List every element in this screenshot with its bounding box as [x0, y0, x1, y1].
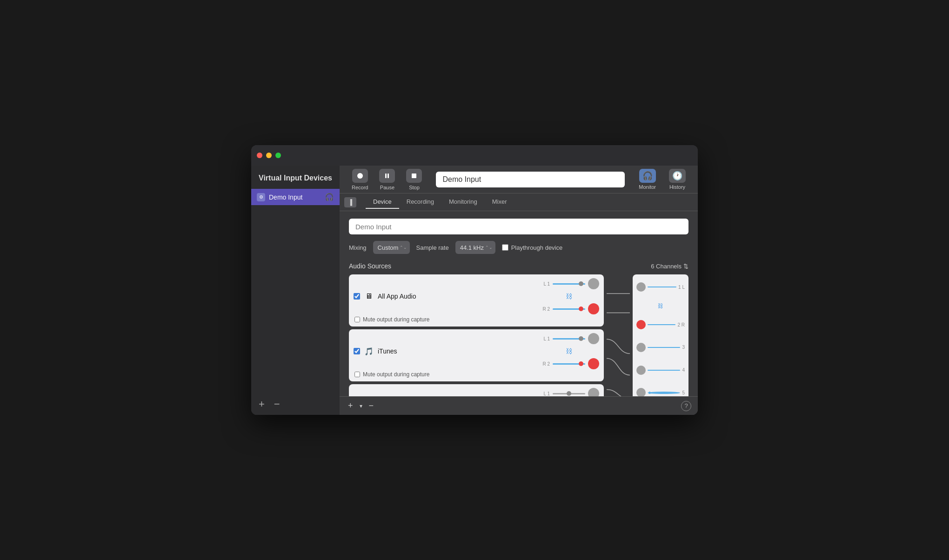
svg-point-0 — [357, 173, 363, 179]
tab-device[interactable]: Device — [366, 195, 399, 209]
stop-button[interactable]: Stop — [401, 167, 427, 192]
ch-panel-btn-5[interactable] — [636, 388, 646, 396]
ch-panel-btn-2[interactable] — [636, 320, 646, 329]
remove-source-button[interactable]: − — [367, 400, 376, 412]
sample-rate-select-wrapper: 44.1 kHz 48 kHz 96 kHz — [455, 241, 495, 254]
monitor-button[interactable]: 🎧 Monitor — [634, 167, 661, 192]
help-button[interactable]: ? — [681, 401, 691, 411]
slider-thumb-r2 — [579, 307, 583, 311]
titlebar — [251, 145, 698, 166]
sidebar-footer: + − — [251, 393, 340, 415]
traffic-lights — [257, 153, 281, 158]
source-name-all-app-audio: All App Audio — [378, 293, 416, 300]
ch-link-icon-1: ⛓ — [658, 303, 663, 309]
slider-thumb-l1 — [579, 281, 583, 286]
ch-label-2: 2 R — [677, 322, 685, 327]
sidebar-item-label: Demo Input — [269, 193, 302, 201]
add-source-button[interactable]: + — [346, 400, 355, 412]
source-card-itunes: 🎵 iTunes L 1 — [349, 329, 604, 381]
channels-label[interactable]: 6 Channels ⇅ — [651, 263, 688, 270]
ch-panel-btn-3[interactable] — [636, 343, 646, 352]
ch-line-1 — [648, 287, 676, 287]
channel-r2-button[interactable] — [588, 303, 599, 314]
channel-itunes-r2-slider[interactable] — [553, 363, 585, 365]
device-name-input[interactable] — [349, 219, 688, 234]
maximize-button[interactable] — [275, 153, 281, 158]
toolbar: Record Pause Stop Demo Input — [340, 166, 698, 193]
channel-r2-slider[interactable] — [553, 308, 585, 310]
mute-label-itunes: Mute output during capture — [363, 371, 429, 378]
slider-thumb-itunes-l1 — [579, 336, 583, 341]
mute-checkbox-itunes[interactable] — [354, 372, 360, 377]
sidebar-toggle-button[interactable]: ▐ — [344, 197, 356, 207]
record-label: Record — [352, 185, 368, 190]
channel-r2-label: R 2 — [539, 307, 550, 312]
ch-line-3 — [648, 347, 680, 348]
sources-and-channels: 🖥 All App Audio L 1 — [349, 274, 688, 396]
close-button[interactable] — [257, 153, 262, 158]
monitor-icon: 🎧 — [639, 169, 656, 183]
source-name-itunes: iTunes — [378, 347, 397, 355]
svg-rect-3 — [412, 173, 416, 178]
record-button[interactable]: Record — [347, 167, 373, 192]
mute-checkbox-all-app-audio[interactable] — [354, 317, 360, 322]
sample-rate-label: Sample rate — [416, 244, 449, 251]
channel-row-itunes-l1: L 1 — [539, 333, 599, 344]
history-label: History — [669, 184, 685, 190]
channel-itunes-l1-button[interactable] — [588, 333, 599, 344]
source-card-all-app-audio: 🖥 All App Audio L 1 — [349, 274, 604, 327]
channels-connector-area: 1 L ⛓ 2 R — [607, 274, 688, 396]
footer-bar: + ▾ − ? — [340, 396, 698, 415]
add-device-button[interactable]: + — [259, 399, 265, 409]
main-content: Record Pause Stop Demo Input — [340, 166, 698, 415]
channel-itunes-l1-label: L 1 — [539, 336, 550, 341]
pause-button[interactable]: Pause — [374, 167, 400, 192]
headphones-icon: 🎧 — [325, 193, 334, 201]
tab-recording[interactable]: Recording — [399, 195, 441, 209]
source-checkbox-all-app-audio[interactable] — [354, 293, 360, 300]
link-icon-itunes: ⛓ — [539, 347, 599, 355]
ch-label-1: 1 L — [678, 285, 685, 290]
add-source-dropdown-button[interactable]: ▾ — [358, 402, 364, 410]
tab-mixer[interactable]: Mixer — [485, 195, 515, 209]
slider-thumb-itunes-r2 — [579, 361, 583, 366]
device-name-display: Demo Input — [436, 172, 625, 187]
mixing-select[interactable]: Custom Stereo Mono — [373, 241, 410, 254]
channel-mic-l1-slider[interactable] — [553, 393, 585, 394]
app-window: Virtual Input Devices ⚙ Demo Input 🎧 + −… — [251, 145, 698, 415]
channels-chevron-icon: ⇅ — [683, 263, 688, 270]
channel-mic-l1-label: L 1 — [539, 391, 550, 396]
channel-row-mic-l1: L 1 — [539, 388, 599, 396]
all-app-audio-icon: 🖥 — [364, 291, 374, 301]
minimize-button[interactable] — [266, 153, 272, 158]
playthrough-checkbox[interactable] — [502, 244, 508, 251]
channel-mic-l1-button[interactable] — [588, 388, 599, 396]
stop-label: Stop — [409, 185, 420, 190]
channel-itunes-r2-button[interactable] — [588, 358, 599, 369]
tab-monitoring[interactable]: Monitoring — [441, 195, 485, 209]
sidebar: Virtual Input Devices ⚙ Demo Input 🎧 + − — [251, 166, 340, 415]
remove-device-button[interactable]: − — [274, 399, 280, 409]
channel-l1-button[interactable] — [588, 278, 599, 289]
ch-line-2 — [648, 324, 675, 325]
ch-panel-btn-4[interactable] — [636, 366, 646, 375]
mixing-select-wrapper: Custom Stereo Mono — [373, 241, 410, 254]
channel-l1-slider[interactable] — [553, 283, 585, 285]
source-channels-itunes: L 1 ⛓ — [539, 333, 599, 369]
channel-itunes-r2-label: R 2 — [539, 361, 550, 367]
playthrough-checkbox-label[interactable]: Playthrough device — [502, 244, 563, 251]
source-row-top-all-app-audio: 🖥 All App Audio L 1 — [354, 278, 599, 314]
sidebar-item-demo-input[interactable]: ⚙ Demo Input 🎧 — [251, 189, 340, 205]
ch-panel-btn-1[interactable] — [636, 282, 646, 292]
audio-sources-header: Audio Sources 6 Channels ⇅ — [349, 262, 688, 270]
record-icon — [352, 169, 368, 183]
channel-row-r2: R 2 — [539, 303, 599, 314]
sample-rate-select[interactable]: 44.1 kHz 48 kHz 96 kHz — [455, 241, 495, 254]
gear-icon: ⚙ — [257, 193, 265, 201]
footer-right: ? — [681, 401, 691, 411]
source-checkbox-itunes[interactable] — [354, 348, 360, 354]
audio-sources-title: Audio Sources — [349, 262, 391, 270]
channel-itunes-l1-slider[interactable] — [553, 338, 585, 340]
stop-icon — [406, 169, 422, 183]
history-button[interactable]: 🕐 History — [664, 167, 690, 192]
